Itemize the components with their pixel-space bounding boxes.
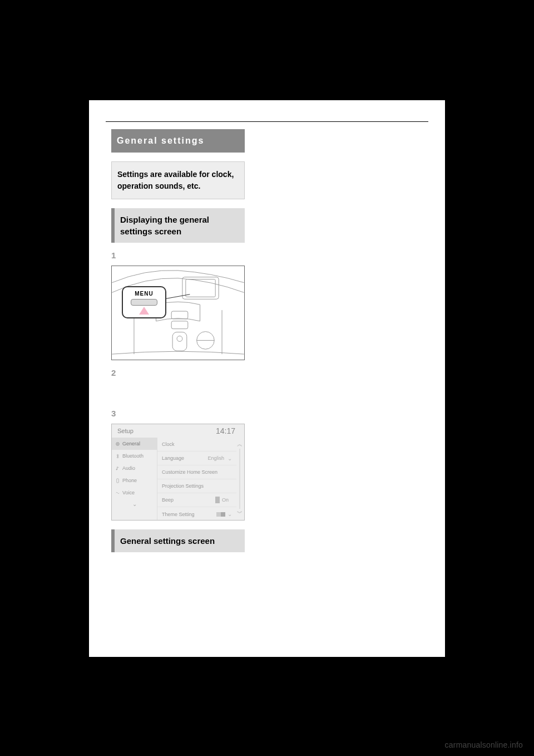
step-1: 1 — [111, 251, 245, 260]
scrollbar[interactable]: ︽ ︾ — [236, 441, 243, 517]
section-title: General settings — [111, 129, 245, 153]
subheading-general-settings-screen: General settings screen — [111, 529, 245, 552]
scroll-down-icon[interactable]: ︾ — [236, 510, 243, 517]
sidebar-item-phone[interactable]: Phone — [112, 474, 157, 487]
theme-swatch — [212, 512, 225, 517]
watermark: carmanualsonline.info — [445, 740, 523, 749]
svg-rect-0 — [182, 277, 219, 300]
sidebar-label-audio: Audio — [122, 465, 135, 471]
bluetooth-icon — [115, 454, 120, 459]
svg-point-5 — [177, 336, 182, 342]
step-2-number: 2 — [111, 368, 118, 377]
setup-screen: Setup 14:17 General Bluetooth Audio Pho — [111, 424, 245, 521]
menu-button-callout: MENU — [122, 286, 166, 318]
scroll-up-icon[interactable]: ︽ — [236, 441, 243, 448]
row-value-language: English — [207, 455, 224, 461]
row-label-beep: Beep — [162, 497, 215, 503]
sidebar-item-bluetooth[interactable]: Bluetooth — [112, 450, 157, 462]
beep-toggle[interactable] — [215, 497, 220, 503]
top-divider — [106, 121, 428, 122]
step-3-number: 3 — [111, 409, 118, 418]
sidebar-label-voice: Voice — [122, 490, 135, 495]
menu-button-label: MENU — [123, 291, 165, 297]
row-language[interactable]: Language English ⌄ — [157, 451, 236, 465]
svg-rect-3 — [171, 321, 188, 329]
sidebar-more[interactable]: ⌄ — [112, 499, 157, 509]
page: General settings Settings are available … — [89, 100, 445, 657]
phone-icon — [115, 478, 120, 483]
svg-point-9 — [116, 469, 117, 470]
sidebar-item-general[interactable]: General — [112, 438, 157, 450]
svg-rect-10 — [117, 478, 119, 482]
step-1-number: 1 — [111, 251, 118, 260]
row-label-clock: Clock — [162, 441, 232, 447]
sidebar-label-general: General — [122, 441, 140, 446]
setup-screen-time: 14:17 — [216, 426, 235, 435]
dashboard-illustration: MENU — [111, 266, 245, 360]
left-column: General settings Settings are available … — [111, 129, 245, 552]
row-beep[interactable]: Beep On — [157, 493, 236, 507]
chevron-down-icon: ⌄ — [132, 501, 137, 507]
menu-button-graphic — [131, 299, 157, 306]
voice-icon — [115, 490, 120, 495]
row-projection[interactable]: Projection Settings — [157, 479, 236, 493]
setup-sidebar: General Bluetooth Audio Phone Voice — [112, 438, 157, 520]
sidebar-label-bluetooth: Bluetooth — [122, 453, 144, 459]
chevron-down-icon: ⌄ — [228, 455, 232, 462]
music-note-icon — [115, 466, 120, 471]
scroll-track — [239, 449, 240, 509]
setup-list: Clock Language English ⌄ Customize Home … — [157, 438, 236, 520]
intro-box: Settings are available for clock, operat… — [111, 161, 245, 199]
up-arrow-icon — [139, 307, 149, 315]
row-label-language: Language — [162, 455, 207, 461]
sidebar-item-voice[interactable]: Voice — [112, 487, 157, 499]
row-label-theme: Theme Setting — [162, 512, 212, 517]
step-2: 2 — [111, 368, 245, 377]
gear-icon — [115, 441, 120, 446]
row-label-customize: Customize Home Screen — [162, 469, 232, 475]
row-value-beep: On — [222, 497, 229, 503]
svg-rect-2 — [171, 311, 188, 319]
step-3: 3 — [111, 409, 245, 418]
row-label-projection: Projection Settings — [162, 483, 232, 489]
row-clock[interactable]: Clock — [157, 438, 236, 451]
row-customize-home[interactable]: Customize Home Screen — [157, 465, 236, 479]
sidebar-label-phone: Phone — [122, 478, 137, 483]
row-theme[interactable]: Theme Setting ⌄ — [157, 507, 236, 521]
subheading-displaying: Displaying the general settings screen — [111, 208, 245, 243]
chevron-down-icon: ⌄ — [228, 511, 232, 517]
svg-point-8 — [117, 443, 118, 444]
setup-screen-title: Setup — [117, 428, 134, 434]
sidebar-item-audio[interactable]: Audio — [112, 462, 157, 474]
svg-rect-1 — [186, 279, 215, 297]
